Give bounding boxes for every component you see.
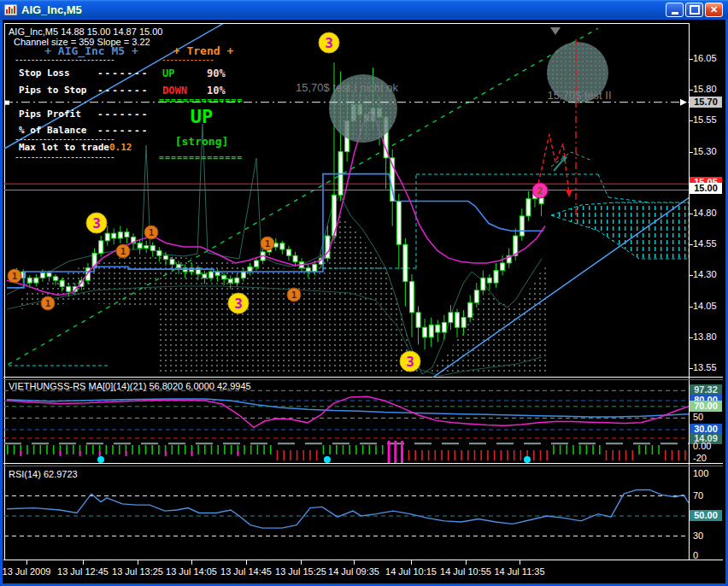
svg-text:3: 3 <box>234 296 243 312</box>
maximize-button[interactable] <box>685 3 703 17</box>
chart-canvas[interactable]: 11111123333 <box>0 0 728 586</box>
svg-text:1: 1 <box>265 238 271 249</box>
title-bar[interactable]: AIG_Inc,M5 ✕ <box>0 0 728 20</box>
svg-text:1: 1 <box>45 298 51 309</box>
svg-text:1: 1 <box>120 246 126 257</box>
close-button[interactable]: ✕ <box>705 3 723 17</box>
chart-icon <box>4 4 18 16</box>
window-title: AIG_Inc,M5 <box>21 3 82 16</box>
svg-text:2: 2 <box>537 185 543 196</box>
rsi-layer <box>4 489 689 536</box>
svg-text:3: 3 <box>406 354 414 370</box>
minimize-button[interactable] <box>666 3 684 17</box>
oscillator-layer <box>4 390 689 466</box>
svg-text:3: 3 <box>92 215 101 231</box>
main-chart-layer: 1111112 <box>0 23 690 378</box>
svg-text:3: 3 <box>325 35 333 51</box>
application-window: AIG_Inc,M5 ✕ 11111123 <box>0 0 728 586</box>
svg-text:1: 1 <box>12 271 18 282</box>
svg-text:1: 1 <box>149 227 155 238</box>
svg-text:1: 1 <box>291 290 297 301</box>
